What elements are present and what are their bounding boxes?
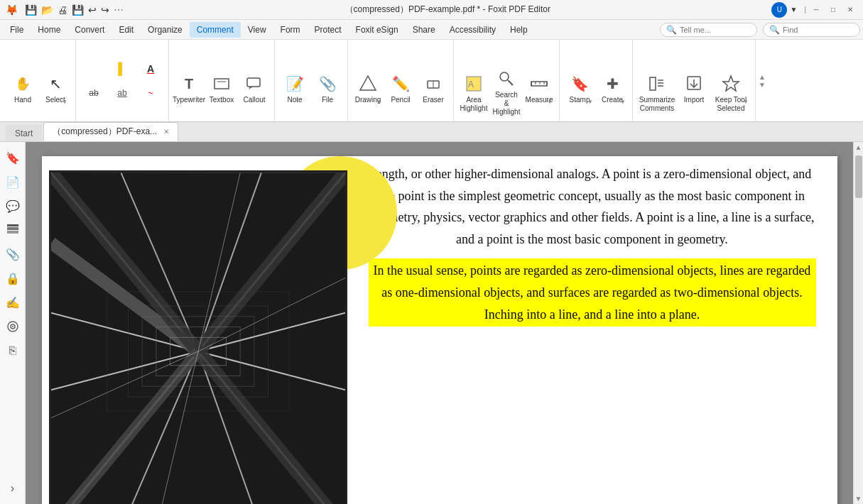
create-button[interactable]: ✚ Create ▼ bbox=[597, 69, 628, 119]
ribbon-group-hand-select: ✋ Hand ↖ Select ▼ bbox=[3, 40, 76, 121]
window-controls[interactable]: U ▼ | ─ □ ✕ bbox=[771, 2, 857, 18]
drawing-icon bbox=[358, 74, 378, 94]
squiggly-icon: ~ bbox=[143, 86, 158, 100]
pencil-button[interactable]: ✏️ Pencil bbox=[385, 69, 416, 119]
scroll-down-button[interactable]: ▼ bbox=[854, 493, 863, 504]
minimize-button[interactable]: ─ bbox=[809, 4, 823, 16]
select-button[interactable]: ↖ Select ▼ bbox=[40, 69, 71, 119]
menu-view[interactable]: View bbox=[241, 22, 273, 38]
select-icon: ↖ bbox=[45, 74, 65, 94]
ribbon-group-text-annot: ▌ A ab ab ~ bbox=[76, 40, 169, 121]
area-highlight-button[interactable]: A AreaHighlight bbox=[458, 69, 489, 119]
left-sidebar: 🔖 📄 💬 📎 🔒 ✍ ⎘ › bbox=[0, 142, 26, 504]
file-button[interactable]: 📎 File bbox=[312, 69, 343, 119]
textbox-button[interactable]: Textbox bbox=[206, 69, 237, 119]
avatar: U bbox=[771, 2, 787, 18]
svg-marker-23 bbox=[723, 76, 739, 91]
ribbon-group-area-measure: A AreaHighlight Search &Highlight Measur… bbox=[454, 40, 560, 121]
pdf-paragraph-1: length, or other higher-dimensional anal… bbox=[369, 163, 816, 250]
menu-foxit-esign[interactable]: Foxit eSign bbox=[349, 22, 406, 38]
sidebar-expand-button[interactable]: › bbox=[3, 478, 23, 498]
quick-print-icon[interactable]: 🖨 bbox=[58, 4, 67, 16]
menu-comment[interactable]: Comment bbox=[190, 22, 241, 38]
sidebar-layers-icon[interactable] bbox=[3, 220, 23, 240]
typewriter-button[interactable]: T Typewriter bbox=[173, 69, 205, 119]
sidebar-scan-icon[interactable] bbox=[3, 317, 23, 336]
measure-button[interactable]: Measure ▼ bbox=[523, 69, 555, 119]
sidebar-signature-icon[interactable]: ✍ bbox=[3, 292, 23, 312]
ribbon-scroll-up[interactable]: ▲ bbox=[759, 73, 766, 81]
underline-button[interactable]: ab bbox=[109, 82, 136, 104]
profile-area[interactable]: U ▼ bbox=[771, 2, 797, 18]
ribbon-group-note-file: 📝 Note 📎 File bbox=[275, 40, 348, 121]
strikethrough-button[interactable]: ab bbox=[80, 82, 107, 104]
menu-accessibility[interactable]: Accessibility bbox=[443, 22, 503, 38]
highlight-button[interactable]: ▌ bbox=[109, 58, 136, 80]
window-title: （compressed）PDF-example.pdf * - Foxit PD… bbox=[124, 4, 771, 16]
drawing-button[interactable]: Drawing ▼ bbox=[352, 69, 384, 119]
sidebar-lock-icon[interactable]: 🔒 bbox=[3, 268, 23, 288]
sidebar-pages-icon[interactable]: 📄 bbox=[3, 172, 23, 192]
pdf-image-column bbox=[49, 163, 354, 490]
tell-me-input[interactable] bbox=[680, 26, 751, 34]
tab-start[interactable]: Start bbox=[6, 125, 42, 141]
ribbon-group-top: Drawing ▼ ✏️ Pencil Eraser bbox=[352, 43, 449, 119]
ribbon-group-top: T Typewriter Textbox Callout bbox=[173, 43, 270, 119]
sidebar-copy-icon[interactable]: ⎘ bbox=[3, 341, 23, 361]
menu-share[interactable]: Share bbox=[406, 22, 443, 38]
ribbon-scroll-down[interactable]: ▼ bbox=[759, 81, 766, 89]
menu-help[interactable]: Help bbox=[503, 22, 535, 38]
hand-button[interactable]: ✋ Hand bbox=[7, 69, 38, 119]
quick-save-icon[interactable]: 💾 bbox=[25, 4, 37, 16]
note-button[interactable]: 📝 Note bbox=[279, 69, 310, 119]
menu-protect[interactable]: Protect bbox=[308, 22, 349, 38]
text-color-button[interactable]: A bbox=[137, 58, 164, 80]
sidebar-attachments-icon[interactable]: 📎 bbox=[3, 244, 23, 264]
quick-save2-icon[interactable]: 💾 bbox=[72, 4, 84, 16]
profile-dropdown-icon[interactable]: ▼ bbox=[790, 6, 797, 13]
sidebar-bookmark-icon[interactable]: 🔖 bbox=[3, 148, 23, 168]
menu-convert[interactable]: Convert bbox=[67, 22, 112, 38]
ribbon-group-top: ▌ A ab ab ~ bbox=[80, 43, 164, 119]
file-label: File bbox=[322, 96, 333, 104]
import-button[interactable]: Import bbox=[678, 69, 710, 119]
tab-close-icon[interactable]: ✕ bbox=[163, 128, 169, 136]
menu-file[interactable]: File bbox=[3, 22, 31, 38]
tell-me-box[interactable]: 🔍 bbox=[660, 23, 757, 37]
tab-pdf-example[interactable]: （compressed）PDF-exa... ✕ bbox=[43, 122, 178, 141]
stamp-button[interactable]: 🔖 Stamp ▼ bbox=[564, 69, 595, 119]
svg-rect-24 bbox=[7, 227, 18, 230]
search-highlight-icon bbox=[496, 69, 516, 89]
menu-organize[interactable]: Organize bbox=[141, 22, 190, 38]
undo-icon[interactable]: ↩ bbox=[88, 4, 97, 16]
maximize-button[interactable]: □ bbox=[826, 4, 840, 16]
textbox-label: Textbox bbox=[210, 96, 234, 104]
eraser-button[interactable]: Eraser bbox=[418, 69, 449, 119]
find-box[interactable]: 🔍 bbox=[763, 23, 860, 37]
search-highlight-button[interactable]: Search &Highlight bbox=[491, 64, 522, 119]
tab-start-label: Start bbox=[15, 128, 33, 138]
squiggly-button[interactable]: ~ bbox=[137, 82, 164, 104]
more-icon[interactable]: ⋯ bbox=[114, 4, 124, 16]
sidebar-comments-icon[interactable]: 💬 bbox=[3, 196, 23, 216]
find-input[interactable] bbox=[783, 26, 854, 34]
quick-open-icon[interactable]: 📂 bbox=[41, 4, 53, 16]
pdf-viewer[interactable]: length, or other higher-dimensional anal… bbox=[26, 142, 853, 504]
menu-home[interactable]: Home bbox=[31, 22, 67, 38]
area-highlight-label: AreaHighlight bbox=[460, 96, 488, 113]
title-bar-controls-left: 🦊 💾 📂 🖨 💾 ↩ ↪ ⋯ bbox=[6, 4, 124, 16]
summarize-comments-button[interactable]: SummarizeComments bbox=[637, 69, 677, 119]
scrollbar-thumb[interactable] bbox=[855, 155, 862, 198]
svg-rect-0 bbox=[215, 79, 229, 89]
menu-form[interactable]: Form bbox=[273, 22, 308, 38]
callout-button[interactable]: Callout bbox=[239, 69, 270, 119]
keep-tool-selected-button[interactable]: Keep ToolSelected ▼ bbox=[711, 69, 751, 119]
right-scrollbar[interactable]: ▲ ▼ bbox=[853, 142, 863, 504]
svg-text:A: A bbox=[468, 80, 474, 89]
redo-icon[interactable]: ↪ bbox=[101, 4, 109, 16]
menu-edit[interactable]: Edit bbox=[112, 22, 141, 38]
ribbon-group-top: A AreaHighlight Search &Highlight Measur… bbox=[458, 43, 555, 119]
close-button[interactable]: ✕ bbox=[843, 4, 857, 16]
stamp-dropdown-icon: ▼ bbox=[587, 99, 593, 105]
scroll-up-button[interactable]: ▲ bbox=[854, 142, 863, 153]
